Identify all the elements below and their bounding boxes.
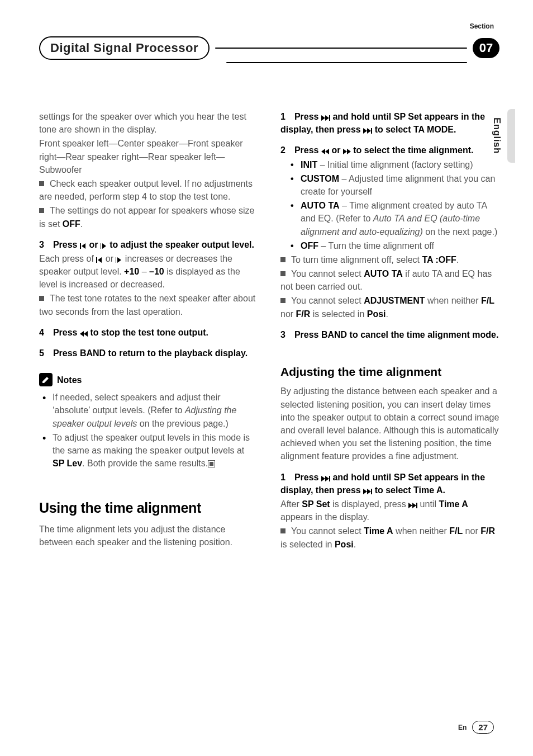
using-time-alignment-heading: Using the time alignment [39,498,258,518]
next-track-icon [363,125,372,134]
r-step-3-head: 3Press BAND to cancel the time alignment… [280,328,499,341]
step-4-head: 4Press to stop the test tone output. [39,326,258,339]
square-bullet-icon [280,271,285,276]
adj-step-1-head: 1Press and hold until SP Set appears in … [280,471,499,497]
intro-text-a: settings for the speaker over which you … [39,110,258,136]
section-number-pill: 07 [473,38,499,58]
alignment-options-list: INIT – Initial time alignment (factory s… [280,158,499,252]
fast-forward-icon [343,145,351,155]
adjustment-bullet: You cannot select ADJUSTMENT when neithe… [280,294,499,320]
page-footer: En 27 [458,721,494,734]
step-3-head: 3Press or to adjust the speaker output l… [39,238,258,251]
next-track-icon [363,485,372,495]
r-step-1-head: 1Press and hold until SP Set appears in … [280,110,499,136]
step-3-body: Each press of or increases or decreases … [39,252,258,291]
rewind-icon [321,145,329,155]
end-marker-icon [208,460,215,467]
option-auto-ta: AUTO TA – Time alignment created by auto… [301,199,499,238]
adj-step-1-body: After SP Set is displayed, press until T… [280,498,499,523]
right-column: 1Press and hold until SP Set appears in … [280,110,499,552]
ta-off-bullet: To turn time alignment off, select TA :O… [280,253,499,266]
square-bullet-icon [280,528,285,533]
speaker-sequence: Front speaker left—Center speaker—Front … [39,137,258,176]
prev-pause-icon [96,254,103,263]
pencil-icon [39,373,53,386]
section-label: Section [470,22,494,30]
check-bullet: Check each speaker output level. If no a… [39,177,258,203]
option-off: OFF – Turn the time alignment off [301,239,499,252]
adjusting-time-alignment-heading: Adjusting the time alignment [280,363,499,380]
option-init: INIT – Initial time alignment (factory s… [301,158,499,171]
auto-ta-bullet: You cannot select AUTO TA if auto TA and… [280,267,499,293]
adj-step-1-bullet: You cannot select Time A when neither F/… [280,525,499,550]
square-bullet-icon [39,296,44,301]
left-column: settings for the speaker over which you … [39,110,258,552]
notes-heading: Notes [39,373,258,386]
page-header: Digital Signal Processor 07 [39,36,499,60]
pause-next-icon [116,254,122,263]
step-5-head: 5Press BAND to return to the playback di… [39,347,258,360]
next-track-icon [408,499,417,509]
r-step-2-head: 2Press or to select the time alignment. [280,144,499,157]
header-rule [215,48,467,49]
next-track-icon [321,112,330,121]
option-custom: CUSTOM – Adjusted time alignment that yo… [301,172,499,198]
square-bullet-icon [280,298,285,303]
language-tab: English [491,117,502,154]
notes-list: If needed, select speakers and adjust th… [39,391,258,470]
prev-pause-icon [80,240,87,249]
square-bullet-icon [280,257,285,262]
pause-next-icon [101,240,107,249]
square-bullet-icon [39,208,44,213]
note-item: To adjust the speaker output levels in t… [53,431,258,470]
rewind-icon [80,328,88,337]
off-bullet: The settings do not appear for speakers … [39,204,258,230]
note-item: If needed, select speakers and adjust th… [53,391,258,430]
next-track-icon [321,472,330,482]
square-bullet-icon [39,181,44,186]
footer-lang: En [458,724,467,731]
step-3-bullet: The test tone rotates to the next speake… [39,292,258,318]
using-time-alignment-body: The time alignment lets you adjust the d… [39,523,258,549]
page-number: 27 [472,721,494,734]
adjusting-body: By adjusting the distance between each s… [280,385,499,462]
language-tab-bg [507,109,515,163]
section-title: Digital Signal Processor [39,36,210,60]
